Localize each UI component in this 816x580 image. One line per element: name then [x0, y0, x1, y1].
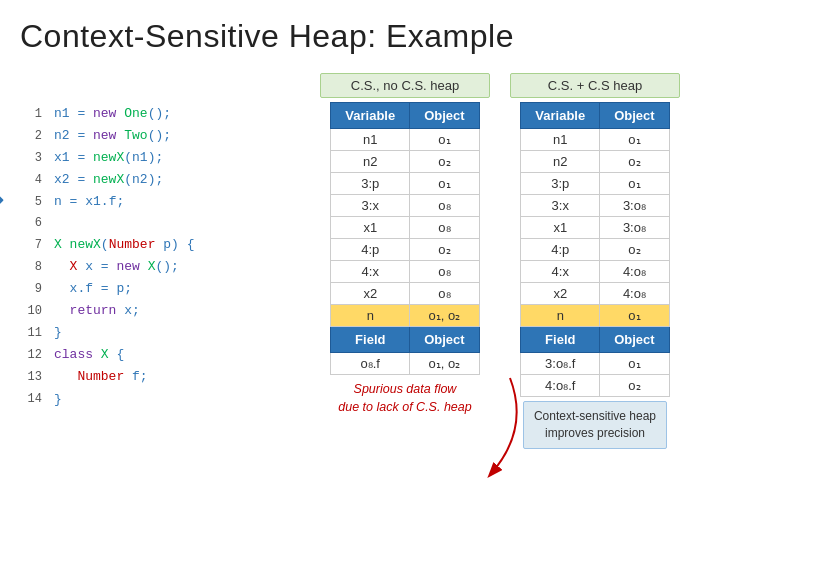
code-line-4: 4x2 = newX(n2); — [20, 169, 300, 191]
table-cell: 4:x — [521, 261, 600, 283]
line-number: 14 — [20, 389, 42, 409]
table-row: no₁ — [521, 305, 669, 327]
table-cell: 4:x — [331, 261, 410, 283]
table-cell: 3:x — [331, 195, 410, 217]
table-row: x24:o₈ — [521, 283, 669, 305]
line-number: 13 — [20, 367, 42, 387]
table-row: no₁, o₂ — [331, 305, 479, 327]
table-cs-label: C.S. + C.S heap — [510, 73, 680, 98]
table-cs: Variable Object n1o₁n2o₂3:po₁3:x3:o₈x13:… — [520, 102, 669, 397]
table-cs-field-obj-header: Object — [600, 327, 669, 353]
line-number: 3 — [20, 148, 42, 168]
table-cell: 4:p — [521, 239, 600, 261]
code-line-6: 6 — [20, 213, 300, 233]
page-title: Context-Sensitive Heap: Example — [20, 18, 796, 55]
line-number: 11 — [20, 323, 42, 343]
line-number: 10 — [20, 301, 42, 321]
table-cell: 4:p — [331, 239, 410, 261]
page: Context-Sensitive Heap: Example 1n1 = ne… — [0, 0, 816, 580]
precision-label: Context-sensitive heapimproves precision — [523, 401, 667, 449]
table-cell: o₁ — [600, 353, 669, 375]
table-cell: 3:x — [521, 195, 600, 217]
table-row: 3:po₁ — [521, 173, 669, 195]
table-cell: 3:o₈ — [600, 195, 669, 217]
tables-area: C.S., no C.S. heap Variable Object n1o₁n… — [320, 73, 680, 449]
table-cell: o₈ — [410, 261, 479, 283]
tables-wrapper: C.S., no C.S. heap Variable Object n1o₁n… — [300, 73, 680, 449]
code-line-13: 13 Number f; — [20, 366, 300, 388]
line-arrow: ➜ — [0, 185, 4, 219]
line-code: x.f = p; — [54, 278, 132, 300]
table-row: x13:o₈ — [521, 217, 669, 239]
table-cell: o₂ — [600, 375, 669, 397]
table-cell: 4:o₈.f — [521, 375, 600, 397]
table-row: 4:po₂ — [521, 239, 669, 261]
code-line-3: 3x1 = newX(n1); — [20, 147, 300, 169]
table-cs-container: C.S. + C.S heap Variable Object n1o₁n2o₂… — [510, 73, 680, 449]
table-row: 3:x3:o₈ — [521, 195, 669, 217]
code-line-1: 1n1 = new One(); — [20, 103, 300, 125]
table-cell: o₁ — [600, 305, 669, 327]
line-code: X newX(Number p) { — [54, 234, 194, 256]
line-code: } — [54, 389, 62, 411]
table-cell: x2 — [331, 283, 410, 305]
table-row: 3:po₁ — [331, 173, 479, 195]
table-row: x1o₈ — [331, 217, 479, 239]
table-row: 3:xo₈ — [331, 195, 479, 217]
table-no-cs-var-header: Variable — [331, 103, 410, 129]
table-no-cs-obj-header: Object — [410, 103, 479, 129]
table-cell: o₁ — [600, 129, 669, 151]
line-code: return x; — [54, 300, 140, 322]
table-row: 4:xo₈ — [331, 261, 479, 283]
table-cell: 3:o₈ — [600, 217, 669, 239]
table-cell: o₁ — [410, 129, 479, 151]
table-row: 4:o₈.fo₂ — [521, 375, 669, 397]
table-cell: o₈ — [410, 217, 479, 239]
code-line-5: ➜5n = x1.f; — [20, 191, 300, 213]
table-cell: x1 — [331, 217, 410, 239]
line-code: } — [54, 322, 62, 344]
table-cell: n — [331, 305, 410, 327]
table-cell: x1 — [521, 217, 600, 239]
line-number: 4 — [20, 170, 42, 190]
table-row: 4:x4:o₈ — [521, 261, 669, 283]
table-cell: o₁ — [600, 173, 669, 195]
line-number: 2 — [20, 126, 42, 146]
code-line-10: 10 return x; — [20, 300, 300, 322]
code-line-14: 14} — [20, 389, 300, 411]
table-cell: 4:o₈ — [600, 261, 669, 283]
table-row: n2o₂ — [331, 151, 479, 173]
code-line-9: 9 x.f = p; — [20, 278, 300, 300]
table-cell: 4:o₈ — [600, 283, 669, 305]
table-cell: n2 — [331, 151, 410, 173]
table-cell: n1 — [521, 129, 600, 151]
line-number: 12 — [20, 345, 42, 365]
table-row: n1o₁ — [331, 129, 479, 151]
table-row: x2o₈ — [331, 283, 479, 305]
line-code: x1 = newX(n1); — [54, 147, 163, 169]
code-block: 1n1 = new One();2n2 = new Two();3x1 = ne… — [20, 73, 300, 411]
code-line-8: 8 X x = new X(); — [20, 256, 300, 278]
table-row: n2o₂ — [521, 151, 669, 173]
table-cell: 3:p — [331, 173, 410, 195]
line-number: 6 — [20, 213, 42, 233]
code-line-2: 2n2 = new Two(); — [20, 125, 300, 147]
table-cell: o₈.f — [331, 353, 410, 375]
table-cell: n2 — [521, 151, 600, 173]
spurious-label: Spurious data flowdue to lack of C.S. he… — [338, 381, 471, 416]
code-line-12: 12class X { — [20, 344, 300, 366]
table-row: 4:po₂ — [331, 239, 479, 261]
table-cell: o₈ — [410, 283, 479, 305]
table-row: o₈.fo₁, o₂ — [331, 353, 479, 375]
spurious-annotation: Spurious data flowdue to lack of C.S. he… — [338, 381, 471, 416]
table-cs-field-header: Field — [521, 327, 600, 353]
table-cell: o₂ — [600, 239, 669, 261]
line-code: class X { — [54, 344, 124, 366]
table-cs-obj-header: Object — [600, 103, 669, 129]
code-line-7: 7X newX(Number p) { — [20, 234, 300, 256]
table-no-cs-container: C.S., no C.S. heap Variable Object n1o₁n… — [320, 73, 490, 449]
table-cell: o₂ — [410, 151, 479, 173]
line-code: n = x1.f; — [54, 191, 124, 213]
line-code: x2 = newX(n2); — [54, 169, 163, 191]
content-area: 1n1 = new One();2n2 = new Two();3x1 = ne… — [20, 73, 796, 449]
